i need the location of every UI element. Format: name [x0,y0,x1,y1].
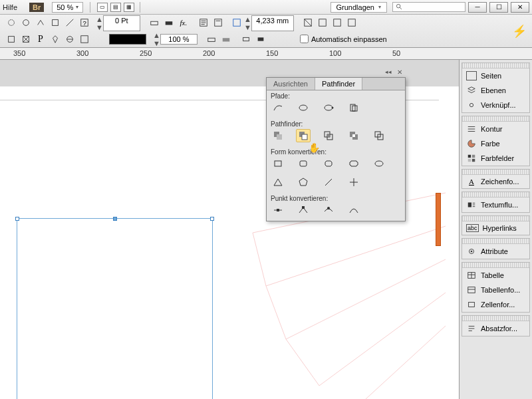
autofit-checkbox[interactable]: Automatisch einpassen [300,35,387,43]
frame-fit-button[interactable] [230,16,243,29]
close-path-button[interactable] [321,101,336,114]
tab-align[interactable]: Ausrichten [267,78,315,90]
screen-mode-button[interactable]: ▭ [97,3,108,12]
object-marker[interactable] [436,193,441,246]
panel-color[interactable]: Farbe [462,136,529,151]
panel-hyperlinks[interactable]: abcHyperlinks [462,221,529,235]
tool-icon[interactable] [49,16,62,29]
tool-icon[interactable] [78,33,91,46]
open-path-button[interactable] [296,101,311,114]
help-menu[interactable]: Hilfe [3,3,17,11]
svg-point-60 [375,161,383,166]
panel-grip[interactable] [462,239,529,244]
panel-grip[interactable] [462,216,529,221]
panel-grip[interactable] [462,116,529,122]
tab-pathfinder[interactable]: Pathfinder [315,78,362,90]
search-input[interactable] [392,2,466,12]
minimize-button[interactable]: ─ [468,2,487,13]
text-tool-icon[interactable]: P [34,33,47,46]
subtract-button[interactable] [296,129,311,142]
panel-layers[interactable]: Ebenen [462,83,529,98]
minus-back-button[interactable] [372,129,386,142]
exclude-button[interactable] [346,129,361,142]
panel-grip[interactable] [462,170,529,175]
panel-textwrap[interactable]: Textumflu... [462,198,529,212]
fit-button[interactable] [331,16,344,29]
reverse-path-button[interactable] [346,101,361,114]
svg-point-67 [327,207,330,209]
ellipse-button[interactable] [372,157,386,170]
panel-character[interactable]: AZeichenfo... [462,175,529,188]
fx-button[interactable] [148,16,161,29]
tool-icon[interactable] [49,33,62,46]
view-options-button[interactable]: ▦ [124,3,134,12]
panel-stroke[interactable]: Kontur [462,122,529,136]
effect-button[interactable] [219,33,233,46]
tool-icon[interactable] [19,16,33,29]
panel-collapse-icon[interactable]: ◂◂ [385,68,392,75]
corner-point-button[interactable] [296,203,311,217]
effect-button[interactable] [205,33,218,46]
panel-attributes[interactable]: Attribute [462,244,529,259]
tool-icon[interactable] [5,16,18,29]
symmetrical-point-button[interactable] [346,203,361,217]
fit-button[interactable] [301,16,315,29]
panel-grip[interactable] [462,263,529,268]
polygon-button[interactable] [296,176,311,189]
smooth-point-button[interactable] [321,203,336,217]
fx-button[interactable] [162,16,176,29]
align-button[interactable] [211,16,225,29]
panel-swatches[interactable]: Farbfelder [462,151,529,166]
pages-icon [466,71,477,80]
palette-icon [466,139,477,148]
panel-grip[interactable] [462,192,529,198]
tool-icon[interactable] [63,16,76,29]
tool-icon[interactable] [19,33,33,46]
panel-grip[interactable] [462,63,529,68]
arrange-button[interactable]: ▤ [110,3,121,12]
tool-icon[interactable] [63,33,76,46]
tool-icon[interactable] [5,33,18,46]
stroke-weight-field[interactable]: 0 Pt [103,15,140,31]
rounded-rect-button[interactable] [296,157,311,170]
line-button[interactable] [321,176,336,189]
rect-button[interactable] [271,157,285,170]
opacity-field[interactable]: 100 % [160,34,198,45]
fill-swatch[interactable] [109,34,146,45]
crop-amount-field[interactable]: 4,233 mm [251,15,294,31]
inverse-rounded-button[interactable] [346,157,361,170]
maximize-button[interactable]: ☐ [489,2,508,13]
fit-button[interactable] [316,16,329,29]
panel-grip[interactable] [462,316,529,321]
wrap-button[interactable] [254,33,267,46]
help-icon[interactable]: ? [78,16,91,29]
svg-rect-86 [469,303,475,307]
panel-table[interactable]: Tabelle [462,268,529,283]
plain-point-button[interactable] [271,203,285,217]
align-button[interactable] [197,16,210,29]
fit-button[interactable] [345,16,358,29]
zoom-dropdown[interactable]: 50 % [52,2,83,13]
panel-paragraphstyles[interactable]: Absatzfor... [462,321,529,336]
svg-point-2 [9,19,15,25]
panel-close-icon[interactable]: ✕ [397,68,402,76]
stroke-icon [466,124,477,134]
tool-icon[interactable] [34,16,47,29]
bevel-button[interactable] [321,157,336,170]
panel-pages[interactable]: Seiten [462,68,529,83]
control-panel: ? ▲▼ 0 Pt fx. ▲▼ 4,233 mm P [0,15,532,48]
panel-tablestyles[interactable]: Tabellenfo... [462,283,529,297]
bridge-button[interactable]: Br [29,3,44,12]
intersect-button[interactable] [321,129,336,142]
panel-links[interactable]: Verknüpf... [462,98,529,112]
fx-button[interactable]: fx. [177,16,190,29]
orthogonal-line-button[interactable] [346,176,361,189]
selection-box[interactable] [17,218,213,399]
close-button[interactable]: ✕ [511,2,529,13]
triangle-button[interactable] [271,176,285,189]
wrap-button[interactable] [239,33,253,46]
join-path-button[interactable] [271,101,285,114]
panel-cellstyles[interactable]: Zellenfor... [462,297,529,312]
add-button[interactable] [271,129,285,142]
workspace-switcher[interactable]: Grundlagen [331,2,388,13]
